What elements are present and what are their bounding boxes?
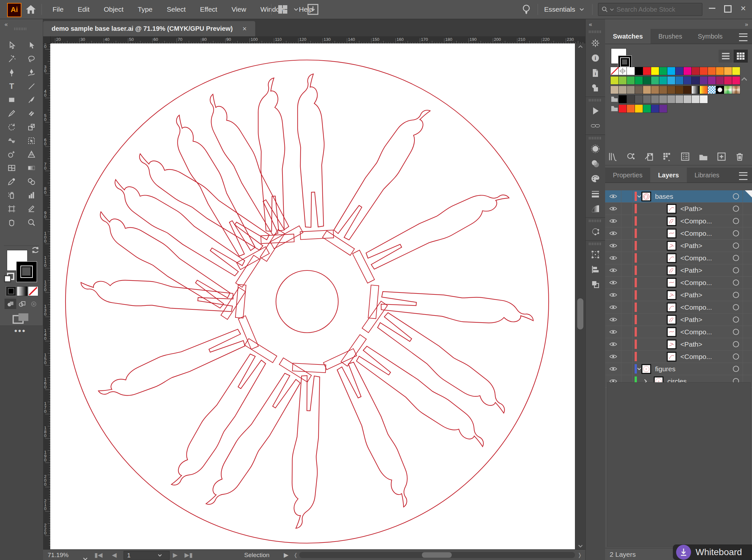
visibility-eye-icon[interactable] [609, 293, 617, 297]
swatch-#b3a491[interactable] [619, 86, 627, 94]
swatch-#f26522[interactable] [627, 105, 635, 113]
appearance-panel-button[interactable] [586, 224, 605, 239]
draw-behind-button[interactable] [16, 299, 28, 309]
lock-toggle[interactable] [621, 301, 633, 313]
lock-toggle[interactable] [621, 203, 633, 215]
swatch-#2b3990[interactable] [684, 77, 691, 84]
swatch-#00a14b[interactable] [635, 77, 643, 84]
whiteboard-overlay[interactable]: Whiteboard [673, 544, 752, 560]
pathfinder-panel-button[interactable] [586, 277, 605, 292]
layer-selection-column[interactable] [743, 252, 752, 264]
dock-grip[interactable] [589, 99, 602, 101]
layer-thumbnail[interactable] [667, 302, 676, 312]
layer-target-circle[interactable] [733, 341, 739, 347]
curvature-tool[interactable] [21, 66, 41, 79]
layer-target-circle[interactable] [733, 205, 739, 212]
pen-tool[interactable] [2, 66, 21, 79]
layer-thumbnail[interactable] [667, 290, 676, 300]
layer-name[interactable]: <Path> [680, 205, 702, 213]
layer-target-circle[interactable] [733, 354, 739, 360]
swatch-#8c6239[interactable] [659, 86, 667, 94]
swatch-#292663[interactable] [692, 77, 699, 84]
swatch-#006838[interactable] [643, 77, 651, 84]
visibility-toggle[interactable] [605, 289, 621, 301]
expand-chevron-icon[interactable] [637, 367, 641, 371]
swatch-#ed1c24[interactable] [619, 105, 627, 113]
layer-selection-column[interactable] [743, 277, 752, 288]
swatch-#ffcb05[interactable] [635, 105, 643, 113]
color-panel-button[interactable] [586, 171, 605, 186]
swatch-gor[interactable] [700, 86, 708, 94]
vertical-scroll-thumb[interactable] [577, 298, 583, 329]
layer-selection-column[interactable] [743, 203, 752, 215]
swatch-#9e9e9e[interactable] [667, 95, 675, 103]
draw-normal-button[interactable] [4, 299, 16, 309]
swatch-#dbdbdb[interactable] [692, 95, 699, 103]
tab-libraries[interactable]: Libraries [687, 168, 727, 183]
swatch-grid-view-button[interactable] [733, 49, 748, 63]
dock-grip[interactable] [589, 220, 602, 222]
column-graph-tool[interactable] [21, 188, 41, 202]
lock-toggle[interactable] [621, 314, 633, 325]
swatches-panel-menu-icon[interactable] [739, 34, 748, 41]
zoom-level[interactable]: 71.19% [48, 549, 68, 560]
swatch-#42210b[interactable] [684, 86, 691, 94]
swatch-#29abe2[interactable] [667, 77, 675, 84]
swatch-options-button[interactable] [680, 152, 690, 161]
menu-view[interactable]: View [224, 0, 253, 19]
stroke-color-proxy[interactable] [16, 261, 37, 282]
lock-toggle[interactable] [621, 326, 633, 338]
swatch-#00a651[interactable] [659, 67, 667, 75]
visibility-toggle[interactable] [605, 338, 621, 350]
swatch-pfloral[interactable] [724, 86, 732, 94]
swatch-#565656[interactable] [635, 95, 643, 103]
layer-thumbnail[interactable] [667, 327, 676, 337]
transparency-panel-button[interactable] [586, 156, 605, 171]
layer-row-figures[interactable]: figures [605, 363, 752, 375]
layer-row-compo[interactable]: <Compo... [605, 215, 752, 227]
visibility-toggle[interactable] [605, 301, 621, 313]
horizontal-scrollbar[interactable] [299, 552, 575, 558]
swatch-#754c24[interactable] [667, 86, 675, 94]
last-artboard-button[interactable]: ▶▮ [184, 549, 193, 560]
visibility-eye-icon[interactable] [609, 280, 617, 285]
layer-row-path[interactable]: <Path> [605, 314, 752, 326]
layer-selection-column[interactable] [743, 326, 752, 338]
scroll-left-icon[interactable]: ❬ [294, 549, 298, 560]
layer-target-circle[interactable] [733, 255, 739, 261]
swatch-#fff200[interactable] [651, 67, 659, 75]
free-transform-tool[interactable] [21, 134, 41, 147]
workspace-switcher[interactable]: Essentials [544, 0, 585, 19]
actions-panel-button[interactable] [586, 103, 605, 118]
lock-toggle[interactable] [621, 215, 633, 227]
swatch-#be1e2d[interactable] [692, 67, 699, 75]
share-icon[interactable] [307, 3, 319, 16]
eyedropper-tool[interactable] [2, 175, 21, 188]
gradient-panel-panel-button[interactable] [586, 201, 605, 216]
first-artboard-button[interactable]: ▮◀ [94, 549, 102, 560]
layer-target-circle[interactable] [733, 317, 739, 323]
swatch-reg[interactable] [619, 67, 627, 75]
dock-grip[interactable] [589, 243, 602, 245]
visibility-toggle[interactable] [605, 240, 621, 252]
previous-artboard-button[interactable]: ◀ [112, 549, 117, 560]
navigator-panel-button[interactable] [586, 36, 605, 51]
swatch-#00a99d[interactable] [659, 77, 667, 84]
shapes-panel-button[interactable] [586, 80, 605, 95]
direct-selection-tool[interactable] [21, 39, 41, 52]
swatch-#f4eb21[interactable] [732, 67, 740, 75]
layer-selection-column[interactable] [743, 314, 752, 325]
paintbrush-tool[interactable] [21, 93, 41, 107]
lock-toggle[interactable] [621, 338, 633, 350]
swatch-folder[interactable] [611, 95, 618, 103]
swatch-scroll-up-icon[interactable] [741, 77, 748, 81]
visibility-eye-icon[interactable] [609, 256, 617, 260]
visibility-toggle[interactable] [605, 215, 621, 227]
transform-panel-button[interactable] [586, 247, 605, 262]
info-panel-button[interactable]: i [586, 51, 605, 65]
layer-target-circle[interactable] [733, 292, 739, 298]
whiteboard-download-button[interactable] [676, 545, 691, 560]
symbol-sprayer-tool[interactable] [2, 188, 21, 202]
layer-name[interactable]: <Path> [680, 316, 702, 324]
layer-name[interactable]: bases [655, 193, 673, 200]
